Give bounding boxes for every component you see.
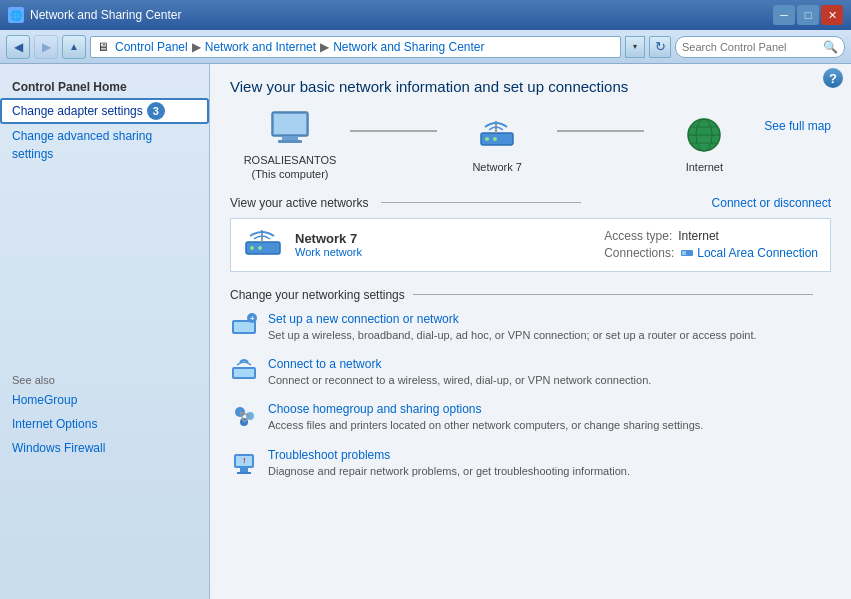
- svg-rect-3: [278, 140, 302, 143]
- connections-val: Local Area Connection: [697, 246, 818, 260]
- setting-item-connect: Connect to a network Connect or reconnec…: [230, 357, 831, 388]
- search-input[interactable]: [682, 41, 819, 53]
- svg-rect-24: [234, 369, 254, 377]
- internet-options-label: Internet Options: [12, 417, 97, 431]
- homegroup-desc: Access files and printers located on oth…: [268, 419, 703, 431]
- access-type-key: Access type:: [604, 229, 672, 243]
- setting-item-troubleshoot: ! Troubleshoot problems Diagnose and rep…: [230, 448, 831, 479]
- globe-icon: [680, 116, 728, 156]
- connect-network-desc: Connect or reconnect to a wireless, wire…: [268, 374, 651, 386]
- svg-rect-33: [240, 468, 248, 472]
- connections-key: Connections:: [604, 246, 674, 260]
- sidebar-change-adapter-label: Change adapter settings: [12, 102, 143, 120]
- sidebar-badge: 3: [147, 102, 165, 120]
- svg-point-14: [250, 246, 254, 250]
- content-area: View your basic network information and …: [210, 64, 851, 599]
- maximize-button[interactable]: □: [797, 5, 819, 25]
- svg-text:+: +: [250, 314, 255, 323]
- svg-text:!: !: [243, 456, 246, 465]
- sidebar-item-change-advanced[interactable]: Change advanced sharingsettings: [0, 124, 209, 166]
- active-networks-header: View your active networks Connect or dis…: [230, 196, 831, 210]
- breadcrumb-sharing-center[interactable]: Network and Sharing Center: [333, 40, 484, 54]
- homegroup-label: HomeGroup: [12, 393, 77, 407]
- router-icon: [473, 116, 521, 156]
- computer-icon: [266, 109, 314, 149]
- internet-node: Internet: [644, 116, 764, 174]
- network-info: Network 7 Work network: [295, 231, 592, 258]
- back-button[interactable]: ◀: [6, 35, 30, 59]
- sidebar-item-internet-options[interactable]: Internet Options: [0, 412, 209, 436]
- setting-item-homegroup: Choose homegroup and sharing options Acc…: [230, 402, 831, 433]
- active-network-name: Network 7: [295, 231, 592, 246]
- svg-rect-20: [234, 322, 254, 332]
- address-path: 🖥 Control Panel ▶ Network and Internet ▶…: [90, 36, 621, 58]
- search-icon[interactable]: 🔍: [823, 40, 838, 54]
- access-type-row: Access type: Internet: [604, 229, 818, 243]
- title-bar: 🌐 Network and Sharing Center ─ □ ✕: [0, 0, 851, 30]
- up-button[interactable]: ▲: [62, 35, 86, 59]
- svg-point-6: [493, 137, 497, 141]
- svg-point-15: [258, 246, 262, 250]
- homegroup-link[interactable]: Choose homegroup and sharing options: [268, 402, 703, 416]
- address-dropdown[interactable]: ▾: [625, 36, 645, 58]
- sidebar-item-homegroup[interactable]: HomeGroup: [0, 388, 209, 412]
- setting-item-setup: + Set up a new connection or network Set…: [230, 312, 831, 343]
- line-2: [557, 130, 644, 132]
- title-bar-left: 🌐 Network and Sharing Center: [8, 7, 181, 23]
- main-window: Control Panel Home Change adapter settin…: [0, 64, 851, 599]
- homegroup-text: Choose homegroup and sharing options Acc…: [268, 402, 703, 433]
- active-networks-label: View your active networks: [230, 196, 581, 210]
- svg-rect-1: [274, 114, 306, 134]
- sidebar: Control Panel Home Change adapter settin…: [0, 64, 210, 599]
- internet-label: Internet: [686, 160, 723, 174]
- network-diagram: ROSALIESANTOS(This computer): [230, 109, 764, 182]
- troubleshoot-text: Troubleshoot problems Diagnose and repai…: [268, 448, 630, 479]
- close-button[interactable]: ✕: [821, 5, 843, 25]
- troubleshoot-link[interactable]: Troubleshoot problems: [268, 448, 630, 462]
- change-settings-label: Change your networking settings: [230, 288, 831, 302]
- computer-label: ROSALIESANTOS(This computer): [244, 153, 337, 182]
- setup-connection-desc: Set up a wireless, broadband, dial-up, a…: [268, 329, 757, 341]
- sidebar-item-windows-firewall[interactable]: Windows Firewall: [0, 436, 209, 460]
- sidebar-item-change-adapter[interactable]: Change adapter settings 3: [0, 98, 209, 124]
- homegroup-icon: [230, 402, 258, 430]
- breadcrumb-control-panel[interactable]: Control Panel: [115, 40, 188, 54]
- search-box: 🔍: [675, 36, 845, 58]
- setup-connection-link[interactable]: Set up a new connection or network: [268, 312, 757, 326]
- troubleshoot-icon: !: [230, 448, 258, 476]
- content-title: View your basic network information and …: [230, 78, 831, 95]
- see-also-label: See also: [0, 366, 209, 388]
- active-network-icon: [243, 227, 283, 263]
- connection-icon: [680, 246, 694, 260]
- window-controls: ─ □ ✕: [773, 5, 843, 25]
- connect-disconnect-link[interactable]: Connect or disconnect: [712, 196, 831, 210]
- sidebar-heading: Control Panel Home: [0, 74, 209, 98]
- help-button[interactable]: ?: [823, 68, 843, 88]
- connections-row: Connections: Local Area Connection: [604, 246, 818, 260]
- computer-node: ROSALIESANTOS(This computer): [230, 109, 350, 182]
- network-details: Access type: Internet Connections: Local…: [604, 229, 818, 260]
- connect-icon: [230, 357, 258, 385]
- connect-text: Connect to a network Connect or reconnec…: [268, 357, 651, 388]
- network-node: Network 7: [437, 116, 557, 174]
- setup-icon: +: [230, 312, 258, 340]
- window-title: Network and Sharing Center: [30, 8, 181, 22]
- active-network-box: Network 7 Work network Access type: Inte…: [230, 218, 831, 272]
- breadcrumb-icon: 🖥: [97, 40, 109, 54]
- access-type-val: Internet: [678, 229, 719, 243]
- address-bar: ◀ ▶ ▲ 🖥 Control Panel ▶ Network and Inte…: [0, 30, 851, 64]
- network-label: Network 7: [472, 160, 522, 174]
- refresh-button[interactable]: ↻: [649, 36, 671, 58]
- setup-text: Set up a new connection or network Set u…: [268, 312, 757, 343]
- windows-firewall-label: Windows Firewall: [12, 441, 105, 455]
- connect-network-link[interactable]: Connect to a network: [268, 357, 651, 371]
- sidebar-change-advanced-label: Change advanced sharingsettings: [12, 129, 152, 161]
- see-full-map-link[interactable]: See full map: [764, 119, 831, 133]
- svg-point-5: [485, 137, 489, 141]
- breadcrumb-network-internet[interactable]: Network and Internet: [205, 40, 316, 54]
- line-1: [350, 130, 437, 132]
- connections-link[interactable]: Local Area Connection: [680, 246, 818, 260]
- forward-button[interactable]: ▶: [34, 35, 58, 59]
- network-type-link[interactable]: Work network: [295, 246, 592, 258]
- minimize-button[interactable]: ─: [773, 5, 795, 25]
